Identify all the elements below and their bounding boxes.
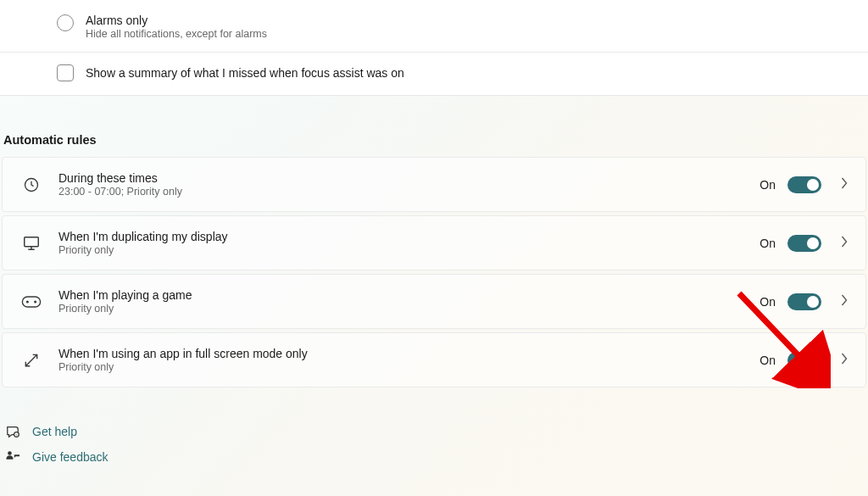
rule-text: When I'm duplicating my display Priority…	[58, 230, 760, 256]
rule-title: When I'm duplicating my display	[58, 230, 760, 243]
clock-icon	[21, 175, 42, 195]
feedback-icon	[5, 450, 20, 464]
toggle-state-label: On	[760, 237, 776, 250]
toggle-during-times[interactable]	[787, 176, 821, 193]
toggle-area: On	[760, 293, 850, 310]
toggle-area: On	[760, 352, 850, 369]
automatic-rules-header: Automatic rules	[0, 96, 868, 157]
checkbox-icon	[57, 64, 74, 81]
rule-playing-game[interactable]: When I'm playing a game Priority only On	[2, 274, 866, 329]
give-feedback-link[interactable]: Give feedback	[5, 450, 868, 464]
svg-point-4	[35, 301, 36, 303]
focus-assist-options-group: Alarms only Hide all notifications, exce…	[0, 0, 868, 96]
alarms-only-text: Alarms only Hide all notifications, exce…	[86, 14, 267, 40]
help-icon: ?	[5, 425, 20, 438]
radio-icon	[57, 14, 74, 31]
get-help-link[interactable]: ? Get help	[5, 425, 868, 438]
svg-point-3	[27, 301, 29, 303]
svg-rect-1	[25, 237, 39, 246]
toggle-area: On	[760, 235, 850, 252]
chevron-right-icon[interactable]	[840, 353, 849, 367]
toggle-state-label: On	[760, 354, 776, 367]
rule-subtitle: 23:00 - 07:00; Priority only	[58, 186, 760, 198]
rule-title: When I'm using an app in full screen mod…	[58, 347, 760, 360]
chevron-right-icon[interactable]	[840, 294, 849, 309]
rule-fullscreen-app[interactable]: When I'm using an app in full screen mod…	[2, 332, 866, 387]
toggle-playing-game[interactable]	[787, 293, 821, 310]
rule-subtitle: Priority only	[58, 361, 760, 373]
help-links: ? Get help Give feedback	[0, 391, 868, 464]
rule-text: When I'm using an app in full screen mod…	[58, 347, 760, 373]
chevron-right-icon[interactable]	[840, 177, 849, 192]
alarms-only-subtitle: Hide all notifications, except for alarm…	[86, 28, 267, 40]
alarms-only-option[interactable]: Alarms only Hide all notifications, exce…	[0, 0, 868, 52]
rules-list: During these times 23:00 - 07:00; Priori…	[0, 157, 868, 387]
svg-point-7	[8, 451, 12, 455]
get-help-label: Get help	[32, 425, 77, 438]
toggle-state-label: On	[760, 295, 776, 309]
gamepad-icon	[21, 292, 42, 312]
rule-subtitle: Priority only	[58, 303, 760, 315]
toggle-fullscreen-app[interactable]	[787, 352, 821, 369]
rule-text: During these times 23:00 - 07:00; Priori…	[58, 171, 760, 198]
toggle-area: On	[760, 176, 850, 193]
rule-title: During these times	[58, 171, 760, 185]
rule-subtitle: Priority only	[58, 244, 760, 256]
svg-rect-2	[22, 297, 40, 307]
fullscreen-icon	[21, 350, 42, 371]
monitor-icon	[21, 233, 42, 254]
rule-duplicate-display[interactable]: When I'm duplicating my display Priority…	[2, 215, 866, 270]
toggle-state-label: On	[760, 178, 776, 192]
rule-during-times[interactable]: During these times 23:00 - 07:00; Priori…	[2, 157, 866, 212]
toggle-duplicate-display[interactable]	[787, 235, 821, 252]
chevron-right-icon[interactable]	[840, 236, 849, 250]
alarms-only-title: Alarms only	[86, 14, 267, 27]
summary-checkbox-row[interactable]: Show a summary of what I missed when foc…	[0, 53, 868, 95]
give-feedback-label: Give feedback	[32, 450, 108, 464]
rule-text: When I'm playing a game Priority only	[58, 288, 760, 315]
rule-title: When I'm playing a game	[58, 288, 760, 302]
summary-checkbox-label: Show a summary of what I missed when foc…	[86, 66, 404, 80]
